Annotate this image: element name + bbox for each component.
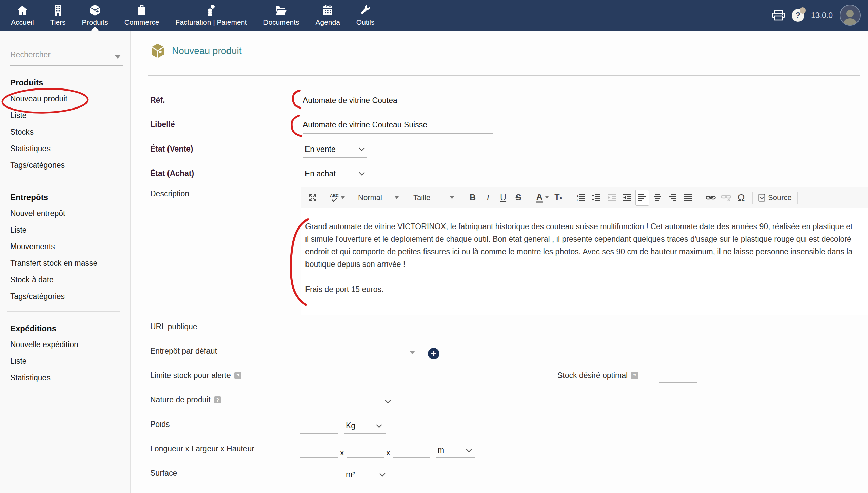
spellcheck-button[interactable]: ABC bbox=[329, 191, 346, 204]
help-icon[interactable]: ? bbox=[234, 372, 241, 379]
poids-label: Poids bbox=[150, 420, 170, 429]
longueur-input[interactable] bbox=[300, 443, 338, 458]
source-button[interactable]: <> Source bbox=[757, 191, 793, 204]
outdent-icon[interactable] bbox=[605, 191, 618, 204]
etat-achat-select[interactable]: En achat bbox=[303, 165, 367, 182]
etat-vente-select[interactable]: En vente bbox=[303, 141, 367, 158]
product-cube-icon bbox=[151, 43, 164, 58]
remove-format-button[interactable]: Tx bbox=[552, 191, 565, 204]
url-publique-label: URL publique bbox=[150, 322, 197, 331]
chevron-down-icon bbox=[450, 196, 454, 199]
poids-unit-select[interactable]: Kg bbox=[344, 418, 386, 434]
search-input[interactable] bbox=[10, 47, 108, 59]
add-entrepot-button[interactable]: + bbox=[428, 348, 439, 359]
nav-label: Outils bbox=[356, 18, 375, 26]
limite-stock-input[interactable] bbox=[300, 370, 338, 384]
nature-select[interactable] bbox=[300, 394, 395, 409]
indent-icon[interactable] bbox=[620, 191, 634, 204]
sidebar: Produits Nouveau produitListeStocksStati… bbox=[0, 31, 131, 493]
nav-item-tiers[interactable]: Tiers bbox=[42, 0, 74, 31]
nav-item-documents[interactable]: Documents bbox=[255, 0, 307, 31]
main-content: Nouveau produit Réf. Libellé État (Vente… bbox=[131, 31, 868, 493]
nav-item-outils[interactable]: Outils bbox=[348, 0, 383, 31]
sidebar-item[interactable]: Nouvel entrepôt bbox=[10, 209, 130, 218]
nav-item-commerce[interactable]: Commerce bbox=[116, 0, 167, 31]
dimensions-unit-select[interactable]: m bbox=[436, 443, 475, 458]
unlink-icon[interactable] bbox=[719, 191, 733, 204]
editor-content[interactable]: Grand automate de vitrine VICTORINOX, le… bbox=[301, 208, 868, 315]
help-icon[interactable]: ? bbox=[792, 9, 804, 22]
surface-unit-select[interactable]: m² bbox=[344, 467, 389, 482]
description-line: endroit et qui comporte de petites fissu… bbox=[305, 245, 868, 258]
underline-button[interactable]: U bbox=[496, 191, 510, 204]
ref-label: Réf. bbox=[150, 96, 165, 105]
align-left-icon[interactable] bbox=[635, 190, 649, 206]
ordered-list-icon[interactable]: 12 bbox=[574, 191, 588, 204]
toolbar-separator bbox=[324, 192, 324, 204]
sidebar-item[interactable]: Nouvelle expédition bbox=[10, 340, 130, 349]
avatar[interactable] bbox=[840, 5, 861, 26]
nav-label: Accueil bbox=[11, 18, 34, 26]
description-line: il simule l'ouverture et le deploiement … bbox=[305, 233, 868, 245]
entrepot-combobox[interactable] bbox=[300, 345, 423, 360]
sidebar-item[interactable]: Transfert stock en masse bbox=[10, 259, 130, 268]
link-icon[interactable] bbox=[704, 191, 717, 204]
text-color-button[interactable]: A bbox=[534, 191, 550, 204]
hauteur-input[interactable] bbox=[393, 443, 430, 458]
sidebar-item[interactable]: Nouveau produit bbox=[10, 94, 130, 103]
divider bbox=[7, 180, 120, 180]
nav-item-agenda[interactable]: Agenda bbox=[307, 0, 348, 31]
help-icon[interactable]: ? bbox=[214, 396, 221, 403]
ref-input[interactable] bbox=[303, 92, 403, 109]
svg-text:<>: <> bbox=[760, 196, 764, 200]
sidebar-item[interactable]: Tags/catégories bbox=[10, 161, 130, 170]
sidebar-item[interactable]: Tags/catégories bbox=[10, 292, 130, 301]
divider bbox=[7, 393, 120, 393]
size-dropdown[interactable]: Taille bbox=[411, 191, 457, 204]
surface-label: Surface bbox=[150, 469, 177, 478]
bullet-list-icon[interactable] bbox=[590, 191, 603, 204]
entrepot-label: Entrepôt par défaut bbox=[150, 347, 217, 356]
chevron-down-icon bbox=[380, 471, 386, 476]
sidebar-section-title: Produits bbox=[10, 78, 130, 87]
sidebar-item[interactable]: Statistiques bbox=[10, 373, 130, 382]
toolbar-separator bbox=[699, 192, 699, 204]
help-icon[interactable]: ? bbox=[631, 372, 638, 379]
sidebar-item[interactable]: Stock à date bbox=[10, 275, 130, 284]
toolbar-separator bbox=[797, 192, 798, 204]
nav-item-accueil[interactable]: Accueil bbox=[3, 0, 42, 31]
sidebar-item[interactable]: Statistiques bbox=[10, 144, 130, 153]
sidebar-item[interactable]: Liste bbox=[10, 357, 130, 366]
libelle-input[interactable] bbox=[303, 117, 493, 134]
chevron-down-icon bbox=[341, 196, 345, 199]
justify-icon[interactable] bbox=[681, 191, 695, 204]
chevron-down-icon bbox=[359, 170, 365, 176]
toolbar-separator bbox=[752, 192, 753, 204]
special-char-button[interactable]: Ω bbox=[734, 191, 748, 204]
largeur-input[interactable] bbox=[347, 443, 384, 458]
maximize-icon[interactable] bbox=[306, 191, 319, 204]
bold-button[interactable]: B bbox=[466, 191, 479, 204]
nav-item-produits[interactable]: Produits bbox=[74, 0, 116, 31]
nav-item-facturation[interactable]: Facturation | Paiement bbox=[167, 0, 255, 31]
print-icon[interactable] bbox=[772, 10, 785, 21]
url-publique-input[interactable] bbox=[303, 321, 786, 336]
chevron-down-icon bbox=[466, 446, 472, 452]
sidebar-item[interactable]: Stocks bbox=[10, 127, 130, 137]
align-center-icon[interactable] bbox=[651, 191, 664, 204]
format-dropdown[interactable]: Normal bbox=[355, 191, 401, 204]
chevron-down-icon bbox=[376, 422, 382, 428]
sidebar-item[interactable]: Liste bbox=[10, 225, 130, 235]
surface-input[interactable] bbox=[300, 467, 338, 482]
sidebar-section-title: Entrepôts bbox=[10, 193, 130, 202]
stock-desire-input[interactable] bbox=[659, 368, 697, 383]
sidebar-item[interactable]: Mouvements bbox=[10, 242, 130, 251]
align-right-icon[interactable] bbox=[666, 191, 679, 204]
poids-input[interactable] bbox=[300, 418, 338, 434]
strikethrough-button[interactable]: S bbox=[512, 191, 525, 204]
sidebar-item[interactable]: Liste bbox=[10, 111, 130, 120]
building-icon bbox=[54, 4, 62, 16]
italic-button[interactable]: I bbox=[481, 191, 495, 204]
chevron-down-icon[interactable] bbox=[115, 55, 121, 59]
home-icon bbox=[17, 4, 28, 16]
